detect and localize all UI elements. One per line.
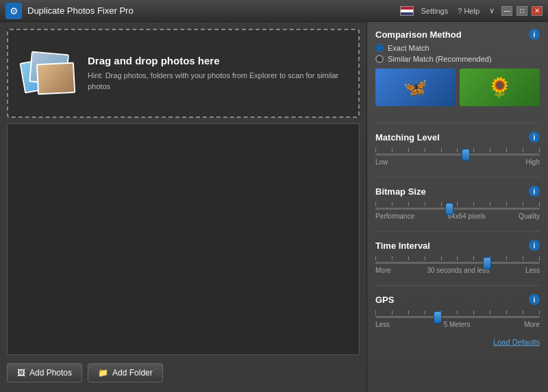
bitmap-size-slider-container [375,202,540,210]
comparison-info-btn[interactable]: i [529,29,540,40]
time-interval-track[interactable] [375,262,540,264]
tick [473,310,474,315]
tick [539,310,540,315]
photo-card-3 [36,62,75,95]
tick [490,202,490,206]
gps-more-label: More [524,321,540,328]
title-bar-right: Settings ? Help ∨ — □ ✕ [400,5,543,16]
time-interval-info-btn[interactable]: i [529,240,540,251]
tick [523,310,523,315]
tick [506,310,507,315]
tick [473,148,474,152]
matching-level-section: Matching Level i [375,132,540,166]
title-bar-left: ⚙ Duplicate Photos Fixer Pro [5,3,134,19]
drop-zone-hint: Hint: Drag photos, folders with your pho… [88,71,345,92]
time-interval-header: Time Interval i [375,240,540,251]
tick [375,310,376,315]
matching-level-high: High [525,158,540,166]
matching-level-thumb[interactable] [462,149,470,161]
tick [392,202,393,206]
add-folder-label: Add Folder [112,368,153,378]
bitmap-size-thumb[interactable] [445,203,453,215]
time-less-label: Less [525,267,540,274]
gps-labels: Less 5 Meters More [375,321,540,328]
maximize-btn[interactable]: □ [516,6,527,16]
tick [375,202,376,206]
tick [490,148,490,152]
minimize-btn[interactable]: — [501,6,512,16]
tick [506,256,507,260]
gps-ticks [375,310,540,315]
comparison-radio-group: Exact Match Similar Match (Recommended) [375,44,540,63]
gps-track[interactable] [375,316,540,318]
tick [523,202,523,206]
settings-btn[interactable]: Settings [418,5,451,16]
matching-level-ticks [375,148,540,152]
matching-level-info-btn[interactable]: i [529,132,540,143]
tick [408,310,409,315]
tick [506,202,507,206]
load-defaults-link[interactable]: Load Defaults [375,338,540,346]
add-folder-icon: 📁 [98,368,108,378]
divider-4 [375,285,540,286]
matching-level-track[interactable] [375,154,540,156]
comparison-method-section: Comparison Method i Exact Match Similar … [375,29,540,112]
sunflower-image [460,69,540,106]
time-interval-thumb[interactable] [483,257,491,269]
matching-level-title: Matching Level [375,132,440,143]
tick [425,202,425,206]
bottom-bar: 🖼 Add Photos 📁 Add Folder [7,360,360,385]
tick [441,202,442,206]
add-photos-icon: 🖼 [17,368,25,378]
help-btn[interactable]: ? Help [455,5,482,16]
bitmap-size-title: Bitmap Size [375,186,426,197]
divider-1 [375,123,540,123]
drop-zone-text: Drag and drop photos here Hint: Drag pho… [88,55,345,92]
exact-match-radio[interactable] [375,44,384,52]
close-btn[interactable]: ✕ [532,6,543,16]
tick [523,148,523,152]
time-more-label: More [375,267,391,274]
dropdown-btn[interactable]: ∨ [486,5,497,16]
drop-zone-heading: Drag and drop photos here [88,55,345,66]
matching-level-header: Matching Level i [375,132,540,143]
main-layout: Drag and drop photos here Hint: Drag pho… [0,22,548,392]
bitmap-size-header: Bitmap Size i [375,186,540,197]
tick [539,148,540,152]
time-interval-labels: More 30 seconds and less Less [375,267,540,274]
tick [457,148,458,152]
tick [473,202,474,206]
tick [506,148,507,152]
comparison-images [375,69,540,106]
comparison-method-header: Comparison Method i [375,29,540,40]
matching-level-slider-container [375,148,540,156]
time-interval-title: Time Interval [375,241,430,251]
similar-match-label: Similar Match (Recommended) [388,55,492,63]
divider-3 [375,231,540,232]
bitmap-size-labels: Performance 64x64 pixels Quality [375,212,540,220]
tick [408,202,409,206]
bitmap-size-track[interactable] [375,208,540,210]
title-bar: ⚙ Duplicate Photos Fixer Pro Settings ? … [0,0,548,22]
tick [441,148,442,152]
drop-zone[interactable]: Drag and drop photos here Hint: Drag pho… [7,29,360,118]
tick [425,310,425,315]
gps-info-btn[interactable]: i [529,294,540,305]
similar-match-radio[interactable] [375,55,384,63]
tick [375,256,376,260]
add-photos-label: Add Photos [29,368,72,378]
add-folder-button[interactable]: 📁 Add Folder [88,363,163,382]
bitmap-quality-label: Quality [519,212,540,220]
tick [392,148,393,152]
tick [425,148,425,152]
similar-match-option[interactable]: Similar Match (Recommended) [375,55,540,63]
gps-thumb[interactable] [434,311,442,323]
gps-title: GPS [375,295,394,305]
exact-match-option[interactable]: Exact Match [375,44,540,52]
tick [392,256,393,260]
bitmap-size-info-btn[interactable]: i [529,186,540,197]
gps-center-label: 5 Meters [444,321,471,328]
bitmap-size-section: Bitmap Size i [375,186,540,220]
add-photos-button[interactable]: 🖼 Add Photos [7,363,82,382]
app-title: Duplicate Photos Fixer Pro [27,5,134,16]
